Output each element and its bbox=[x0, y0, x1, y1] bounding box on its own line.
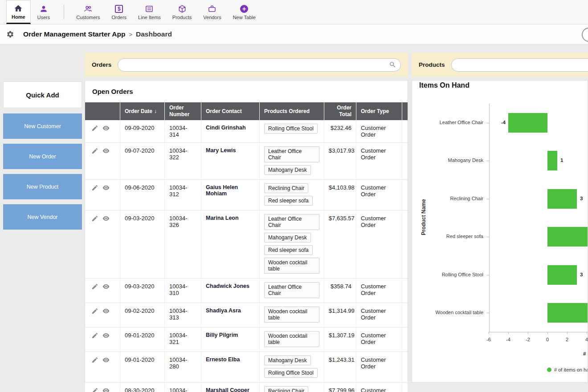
chart-bar bbox=[547, 189, 577, 209]
order-total-cell: $1,314.99 bbox=[324, 303, 356, 327]
view-row-icon[interactable] bbox=[102, 184, 110, 191]
breadcrumb-separator: > bbox=[129, 31, 132, 38]
order-number-cell: 10034-312 bbox=[165, 180, 201, 210]
header-order-total[interactable]: Order Total bbox=[324, 102, 356, 120]
header-order-date[interactable]: Order Date ↓ bbox=[120, 102, 165, 120]
product-pill: Wooden cocktail table bbox=[264, 307, 319, 323]
product-pill: Leather Office Chair bbox=[264, 214, 319, 230]
category-label: Mahogany Desk bbox=[412, 158, 483, 163]
chart-bar bbox=[547, 303, 588, 323]
order-date-cell: 09-07-2020 bbox=[120, 143, 165, 179]
table-row[interactable]: 09-09-202010034-314Cindi GrinshahRolling… bbox=[85, 120, 408, 143]
table-row[interactable]: 09-02-202010034-313Shadiya AsraWooden co… bbox=[85, 303, 408, 327]
quick-add-title: Quick Add bbox=[26, 91, 59, 99]
chart-bar bbox=[547, 151, 557, 170]
edit-row-icon[interactable] bbox=[91, 387, 98, 392]
items-on-hand-chart: Product Name # of items on hand # of ite… bbox=[412, 81, 588, 382]
header-order-type[interactable]: Order Type bbox=[356, 102, 402, 120]
order-type-cell: Customer Order bbox=[356, 327, 402, 352]
product-pill: Rolling Office Stool bbox=[264, 368, 318, 378]
y-axis-tick bbox=[486, 199, 489, 199]
new-vendor-button[interactable]: New Vendor bbox=[3, 204, 82, 230]
order-total-cell: $1,307.19 bbox=[324, 327, 356, 352]
header-spacer bbox=[402, 102, 411, 120]
header-order-number[interactable]: Order Number bbox=[165, 102, 201, 120]
new-customer-button[interactable]: New Customer bbox=[3, 113, 82, 139]
view-row-icon[interactable] bbox=[102, 283, 110, 290]
order-date-cell: 09-03-2020 bbox=[120, 279, 165, 303]
order-date-cell: 09-03-2020 bbox=[120, 210, 165, 278]
view-row-icon[interactable] bbox=[102, 356, 110, 364]
tab-home[interactable]: Home bbox=[6, 0, 31, 24]
table-row[interactable]: 09-01-202010034-280Ernesto ElbaMahogany … bbox=[85, 352, 408, 383]
order-contact-cell: Marina Leon bbox=[201, 210, 260, 278]
header-order-contact[interactable]: Order Contact bbox=[201, 102, 260, 120]
table-row[interactable]: 09-01-202010034-321Billy PilgrimWooden c… bbox=[85, 327, 408, 352]
view-row-icon[interactable] bbox=[102, 307, 110, 315]
value-label: 1 bbox=[560, 158, 563, 163]
tab-line-items[interactable]: Line Items bbox=[133, 0, 166, 24]
orders-icon: $ bbox=[115, 4, 123, 13]
order-date-cell: 09-01-2020 bbox=[120, 352, 165, 382]
open-orders-panel: Open Orders Order Date ↓ Order Number Or… bbox=[85, 80, 408, 383]
new-order-button[interactable]: New Order bbox=[3, 144, 82, 169]
search-icon[interactable] bbox=[389, 61, 396, 69]
edit-row-icon[interactable] bbox=[91, 147, 98, 154]
order-total-cell: $4,103.98 bbox=[324, 180, 356, 210]
product-pill: Red sleeper sofa bbox=[264, 245, 313, 255]
tab-label: Vendors bbox=[203, 15, 221, 20]
table-row[interactable]: 09-03-202010034-310Chadwick JonesLeather… bbox=[85, 279, 408, 303]
order-total-cell: $7,635.57 bbox=[324, 210, 356, 278]
product-pill: Mahogany Desk bbox=[264, 356, 311, 365]
tab-users[interactable]: Users bbox=[33, 0, 55, 24]
order-contact-cell: Billy Pilgrim bbox=[201, 327, 260, 352]
view-row-icon[interactable] bbox=[102, 125, 110, 132]
edit-row-icon[interactable] bbox=[91, 332, 98, 339]
category-label: Red sleeper sofa bbox=[412, 234, 483, 239]
orders-search-box bbox=[118, 58, 401, 72]
tab-orders[interactable]: $ Orders bbox=[106, 0, 131, 24]
header-products-ordered[interactable]: Products Ordered bbox=[260, 102, 324, 120]
breadcrumb-app-title[interactable]: Order Management Starter App bbox=[23, 30, 125, 38]
tab-label: Home bbox=[12, 14, 25, 20]
x-axis-tick bbox=[547, 332, 548, 334]
x-tick-label: -2 bbox=[521, 337, 535, 342]
order-contact-cell: Marshall Cooper bbox=[201, 383, 260, 392]
tab-label: Users bbox=[37, 15, 50, 20]
chart-legend: # of items on hand bbox=[547, 367, 588, 372]
edit-row-icon[interactable] bbox=[91, 283, 98, 290]
edit-row-icon[interactable] bbox=[91, 307, 98, 315]
y-axis-tick bbox=[486, 123, 489, 123]
products-search-input[interactable] bbox=[451, 58, 588, 72]
table-row[interactable]: 09-06-202010034-312Gaius Helen MohiamRec… bbox=[85, 180, 408, 210]
edit-row-icon[interactable] bbox=[91, 356, 98, 364]
view-row-icon[interactable] bbox=[102, 387, 110, 392]
view-row-icon[interactable] bbox=[102, 147, 110, 154]
tab-new-table[interactable]: + New Table bbox=[228, 0, 261, 24]
tab-vendors[interactable]: Vendors bbox=[198, 0, 226, 24]
user-avatar[interactable] bbox=[582, 28, 588, 42]
edit-row-icon[interactable] bbox=[91, 184, 98, 191]
table-row[interactable]: 09-07-202010034-322Mary LewisLeather Off… bbox=[85, 143, 408, 180]
product-pill: Mahogany Desk bbox=[264, 165, 311, 175]
open-orders-title: Open Orders bbox=[85, 87, 408, 102]
product-pill: Leather Office Chair bbox=[264, 146, 319, 162]
view-row-icon[interactable] bbox=[102, 215, 110, 222]
table-row[interactable]: 09-03-202010034-326Marina LeonLeather Of… bbox=[85, 210, 408, 279]
order-total-cell: $358.74 bbox=[324, 279, 356, 303]
row-spacer bbox=[402, 143, 411, 179]
edit-row-icon[interactable] bbox=[91, 215, 98, 222]
edit-row-icon[interactable] bbox=[91, 125, 98, 132]
tab-products[interactable]: Products bbox=[167, 0, 196, 24]
table-row[interactable]: 08-30-202010034-315Marshall CooperReclin… bbox=[85, 383, 408, 392]
row-spacer bbox=[402, 120, 411, 142]
view-row-icon[interactable] bbox=[102, 332, 110, 339]
tab-customers[interactable]: Customers bbox=[71, 0, 105, 24]
gear-icon[interactable] bbox=[6, 30, 14, 38]
legend-label: # of items on hand bbox=[554, 367, 588, 372]
orders-search-input[interactable] bbox=[118, 58, 401, 72]
x-axis-tick bbox=[528, 332, 528, 334]
chart-bar bbox=[547, 227, 588, 247]
value-label: 3 bbox=[580, 272, 583, 277]
new-product-button[interactable]: New Product bbox=[3, 174, 82, 199]
